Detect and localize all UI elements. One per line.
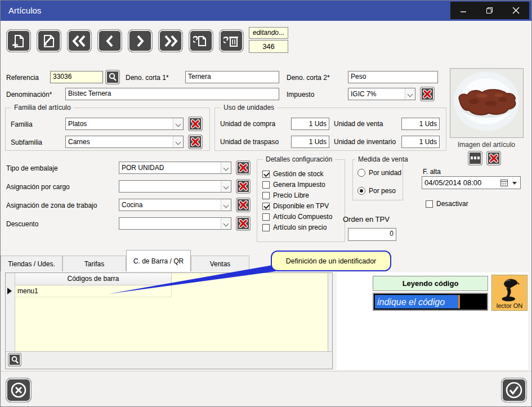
asignacion-cargo-select[interactable]: [119, 180, 231, 193]
deno-corta-1-label: Deno. corta 1*: [126, 74, 169, 82]
checkbox-icon[interactable]: [262, 171, 270, 178]
clear-familia-button[interactable]: [188, 117, 203, 131]
checkbox-row[interactable]: Artículo sin precio: [262, 223, 327, 231]
calendar-icon[interactable]: [500, 179, 508, 186]
search-reference-button[interactable]: [105, 70, 120, 84]
barcode-entry-input[interactable]: indique el código: [373, 293, 488, 311]
tipo-embalaje-select[interactable]: POR UNIDAD: [119, 162, 231, 174]
radio-icon[interactable]: [357, 169, 365, 177]
unidad-venta-input[interactable]: 1 Uds: [401, 118, 440, 130]
last-record-button[interactable]: [158, 29, 183, 52]
radio-row[interactable]: Por unidad: [357, 169, 401, 177]
orden-tpv-input[interactable]: 0: [348, 228, 396, 241]
subfamilia-label: Subfamilia: [11, 138, 42, 146]
subfamilia-select[interactable]: Carnes: [65, 136, 184, 148]
clear-asignacion-zona-button[interactable]: [236, 198, 251, 212]
ellipsis-icon: [471, 156, 480, 160]
unidad-traspaso-input[interactable]: 1 Uds: [291, 136, 329, 148]
close-button[interactable]: [505, 3, 527, 18]
tab-ventas[interactable]: Ventas: [191, 256, 249, 271]
checkbox-row[interactable]: Genera Impuesto: [262, 181, 325, 189]
tab-c-de-barra-qr[interactable]: C. de Barra / QR: [126, 250, 191, 271]
row-selector-column: [6, 273, 15, 351]
new-record-button[interactable]: [6, 29, 31, 52]
previous-record-button[interactable]: [97, 29, 122, 52]
editing-status-badge: editando...: [249, 27, 288, 39]
checkbox-label: Artículo Compuesto: [273, 213, 332, 221]
chevron-down-icon[interactable]: [173, 136, 183, 147]
articles-window: Artículos: [0, 0, 532, 407]
unidad-compra-input[interactable]: 1 Uds: [291, 118, 329, 130]
last-record-icon: [163, 34, 178, 48]
accept-button[interactable]: [501, 378, 527, 402]
checkbox-label: Artículo sin precio: [273, 223, 327, 231]
chevron-down-icon[interactable]: [221, 162, 231, 173]
checkbox-icon[interactable]: [262, 192, 270, 199]
barcode-scanner-icon: [499, 278, 520, 302]
barcode-table: Códigos de barra menu1: [5, 272, 333, 369]
radio-icon[interactable]: [357, 187, 365, 195]
table-row[interactable]: menu1: [15, 285, 172, 297]
first-record-button[interactable]: [67, 29, 92, 52]
restore-button[interactable]: [479, 3, 501, 18]
descuento-select[interactable]: [119, 217, 231, 230]
desactivar-checkbox-row[interactable]: Desactivar: [426, 200, 468, 208]
edit-record-button[interactable]: [37, 29, 61, 52]
lector-on-button[interactable]: lector ON: [491, 275, 527, 311]
checkbox-row[interactable]: Disponible en TPV: [262, 202, 329, 210]
checkbox-icon[interactable]: [262, 203, 270, 210]
clear-subfamilia-button[interactable]: [188, 135, 203, 149]
unidad-inventario-input[interactable]: 1 Uds: [401, 136, 440, 148]
tab-tiendas-udes[interactable]: Tiendas / Udes.: [1, 256, 62, 271]
checkbox-row[interactable]: Precio Libre: [262, 191, 309, 199]
checkbox-row[interactable]: Gestión de stock: [262, 170, 323, 178]
chevron-down-icon[interactable]: [221, 181, 231, 192]
barcode-column-header[interactable]: Códigos de barra: [15, 273, 172, 285]
asignacion-zona-label: Asignación de zona de trabajo: [6, 202, 97, 209]
table-search-button[interactable]: [8, 353, 21, 366]
deno-corta-1-input[interactable]: Ternera: [185, 71, 279, 83]
next-record-button[interactable]: [128, 29, 153, 52]
unidad-compra-label: Unidad de compra: [220, 120, 275, 128]
browse-image-button[interactable]: [468, 151, 482, 166]
selected-input-text: indique el código: [375, 295, 458, 308]
lector-button-label: lector ON: [497, 302, 522, 309]
clear-image-button[interactable]: [486, 151, 501, 166]
impuesto-label: Impuesto: [287, 91, 314, 99]
delete-record-button[interactable]: [219, 29, 244, 52]
denominacion-input[interactable]: Bistec Ternera: [65, 88, 279, 100]
radio-row[interactable]: Por peso: [357, 187, 396, 195]
checkbox-icon[interactable]: [426, 200, 433, 208]
f-alta-input[interactable]: 04/05/2014 08:00: [422, 176, 521, 189]
asignacion-zona-select[interactable]: Cocina: [119, 199, 231, 211]
window-title: Artículos: [8, 6, 41, 15]
chevron-down-icon[interactable]: [173, 118, 183, 129]
chevron-down-icon[interactable]: [405, 88, 415, 100]
duplicate-record-button[interactable]: [189, 29, 213, 52]
clear-descuento-button[interactable]: [236, 216, 251, 231]
unidad-inventario-label: Unidad de inventario: [334, 138, 396, 146]
table-scrollbar[interactable]: [328, 273, 332, 351]
checkbox-icon[interactable]: [262, 224, 270, 231]
familia-select[interactable]: Platos: [65, 118, 184, 130]
f-alta-label: F. alta: [423, 168, 441, 176]
clear-tipo-embalaje-button[interactable]: [236, 160, 251, 175]
deno-corta-2-label: Deno. corta 2*: [287, 74, 330, 82]
chevron-down-icon[interactable]: [221, 218, 231, 229]
chevron-down-icon[interactable]: [221, 199, 231, 211]
tipo-embalaje-value: POR UNIDAD: [122, 164, 220, 172]
cancel-button[interactable]: [6, 378, 32, 402]
clear-asignacion-cargo-button[interactable]: [236, 179, 251, 194]
impuesto-select[interactable]: IGIC 7%: [348, 88, 415, 100]
chevron-down-icon[interactable]: [512, 182, 517, 185]
clear-impuesto-button[interactable]: [420, 87, 435, 101]
minimize-button[interactable]: [452, 3, 475, 18]
tab-tarifas[interactable]: Tarifas: [62, 256, 126, 271]
checkbox-row[interactable]: Artículo Compuesto: [262, 213, 332, 221]
checkbox-icon[interactable]: [262, 213, 270, 221]
checkbox-icon[interactable]: [262, 181, 270, 189]
referencia-input[interactable]: 33036: [50, 71, 103, 83]
deno-corta-2-input[interactable]: Peso: [348, 71, 438, 83]
clear-x-icon: [239, 219, 248, 228]
checkbox-label: Gestión de stock: [273, 170, 323, 178]
